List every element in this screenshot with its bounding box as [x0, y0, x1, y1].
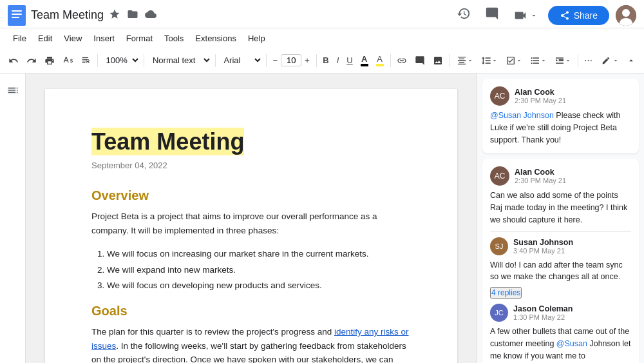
share-button[interactable]: Share: [548, 6, 609, 25]
font-select[interactable]: Arial Times New Roman Courier New: [218, 54, 263, 67]
spell-check-button[interactable]: [59, 53, 76, 68]
sidebar-toggle: [0, 74, 26, 363]
history-button[interactable]: [453, 4, 475, 26]
svg-rect-2: [12, 14, 22, 15]
font-size-decrease[interactable]: −: [270, 53, 281, 68]
undo-button[interactable]: [5, 53, 22, 68]
align-button[interactable]: [453, 53, 477, 68]
font-size-control: − +: [270, 53, 313, 68]
collapse-toolbar-button[interactable]: [623, 54, 639, 68]
image-button[interactable]: [430, 53, 446, 68]
comment-1-header: AC Alan Cook 2:30 PM May 21: [490, 86, 631, 106]
font-size-input[interactable]: [281, 54, 301, 66]
reply-1-text: Will do! I can add after the team sync s…: [490, 259, 631, 284]
list-item-2: We will expand into new markets.: [107, 262, 411, 278]
reply-2-text: A few other bullets that came out of the…: [490, 326, 631, 362]
meet-button[interactable]: [509, 6, 542, 25]
reply-1-time: 3:40 PM May 21: [513, 247, 573, 255]
docs-icon: [8, 5, 26, 26]
link-button[interactable]: [393, 53, 410, 68]
section-goals-body: The plan for this quarter is to review t…: [91, 325, 411, 363]
document-title: Team Meeting: [31, 8, 104, 22]
menu-extensions[interactable]: Extensions: [190, 32, 242, 45]
print-button[interactable]: [41, 53, 58, 68]
comment-1-author: Alan Cook: [515, 88, 566, 97]
menu-help[interactable]: Help: [243, 32, 270, 45]
comment-2-header: AC Alan Cook 2:30 PM May 21: [490, 166, 631, 186]
format-bar: 100% 75% 125% 150% Normal text Heading 1…: [0, 48, 644, 74]
document-area: Team Meeting September 04, 2022 Overview…: [26, 74, 477, 363]
comment-1-mention: @Susan Johnson: [490, 111, 554, 120]
reply-1-header: SJ Susan Johnson 3:40 PM May 21: [490, 237, 631, 255]
italic-button[interactable]: I: [334, 53, 343, 68]
reply-1-author: Susan Johnson: [513, 238, 573, 247]
menu-format[interactable]: Format: [121, 32, 158, 45]
style-select[interactable]: Normal text Heading 1 Heading 2 Title: [147, 54, 212, 67]
menu-tools[interactable]: Tools: [159, 32, 189, 45]
reply-1-avatar: SJ: [490, 237, 508, 255]
section-goals-title: Goals: [91, 304, 411, 319]
list-item-3: We will focus on developing new products…: [107, 278, 411, 293]
font-size-increase[interactable]: +: [301, 53, 313, 68]
indent-button[interactable]: [551, 53, 574, 68]
replies-count-button[interactable]: 4 replies: [490, 287, 522, 299]
line-spacing-button[interactable]: [478, 53, 501, 68]
comment-1-meta: Alan Cook 2:30 PM May 21: [515, 88, 566, 104]
star-button[interactable]: [108, 7, 122, 24]
document-heading: Team Meeting: [91, 128, 244, 155]
reply-2-avatar: JC: [490, 304, 508, 322]
reply-1-meta: Susan Johnson 3:40 PM May 21: [513, 238, 573, 255]
svg-rect-0: [8, 5, 26, 26]
goals-body-pre: The plan for this quarter is to review t…: [91, 327, 334, 337]
more-options-button[interactable]: ⋯: [581, 53, 596, 68]
user-avatar[interactable]: [616, 5, 636, 26]
section-overview-title: Overview: [91, 188, 411, 203]
document-page: Team Meeting September 04, 2022 Overview…: [45, 89, 457, 363]
highlight-color-button[interactable]: A: [373, 52, 387, 69]
bold-button[interactable]: B: [319, 53, 332, 68]
comment-2-meta: Alan Cook 2:30 PM May 21: [515, 168, 566, 184]
comment-card-1: AC Alan Cook 2:30 PM May 21 @Susan Johns…: [482, 79, 639, 153]
reply-2-header: JC Jason Coleman 1:30 PM May 22: [490, 304, 631, 322]
paint-format-button[interactable]: [77, 53, 94, 68]
menu-edit[interactable]: Edit: [33, 32, 57, 45]
zoom-select[interactable]: 100% 75% 125% 150%: [100, 54, 140, 67]
menu-bar: File Edit View Insert Format Tools Exten…: [0, 28, 644, 48]
comment-1-avatar: AC: [490, 86, 509, 106]
reply-2-author: Jason Coleman: [513, 304, 573, 313]
comment-2-author: Alan Cook: [515, 168, 566, 177]
list-button[interactable]: [527, 53, 550, 68]
section-overview-body: Project Beta is a project that aims to i…: [91, 210, 411, 237]
overview-list: We will focus on increasing our market s…: [107, 246, 411, 293]
reply-2-meta: Jason Coleman 1:30 PM May 22: [513, 304, 573, 321]
comment-1-text: @Susan Johnson Please check with Luke if…: [490, 110, 631, 146]
cloud-save-button[interactable]: [144, 7, 158, 24]
checklist-button[interactable]: [502, 53, 526, 68]
svg-point-5: [622, 9, 630, 17]
comment-2-time: 2:30 PM May 21: [515, 177, 566, 184]
comment-inline-button[interactable]: [412, 53, 428, 68]
comment-card-2: AC Alan Cook 2:30 PM May 21 Can we also …: [482, 159, 639, 363]
goals-body-post: . In the following weeks, we'll start by…: [91, 341, 406, 363]
menu-view[interactable]: View: [59, 32, 87, 45]
document-date: September 04, 2022: [91, 161, 411, 170]
comments-panel: AC Alan Cook 2:30 PM May 21 @Susan Johns…: [477, 74, 644, 363]
reply-2-mention: @Susan: [556, 339, 587, 348]
svg-rect-1: [12, 10, 22, 12]
menu-insert[interactable]: Insert: [88, 32, 120, 45]
edit-mode-button[interactable]: [598, 54, 622, 68]
reply-2-time: 1:30 PM May 22: [513, 313, 573, 321]
comments-button[interactable]: [481, 4, 503, 26]
list-item-1: We will focus on increasing our market s…: [107, 246, 411, 262]
text-color-button[interactable]: A: [357, 52, 372, 69]
outline-toggle-button[interactable]: [4, 81, 22, 103]
move-to-folder-button[interactable]: [126, 7, 140, 24]
comment-1-time: 2:30 PM May 21: [515, 97, 566, 104]
title-action-icons: [108, 7, 158, 24]
comment-2-text: Can we also add some of the points Raj m…: [490, 190, 631, 226]
share-label: Share: [574, 10, 598, 21]
redo-button[interactable]: [23, 53, 40, 68]
underline-button[interactable]: U: [343, 53, 355, 68]
toolbar-right: Share: [453, 4, 636, 26]
menu-file[interactable]: File: [8, 32, 32, 45]
